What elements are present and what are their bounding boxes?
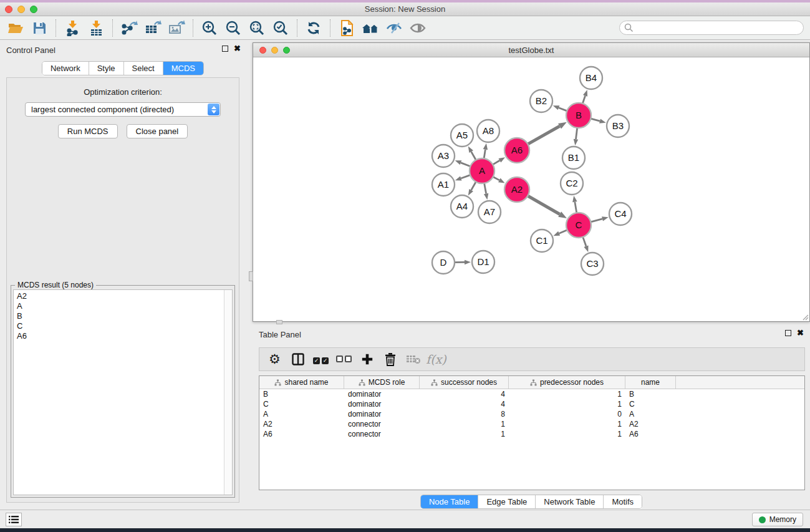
function-builder-button[interactable]: f(x) xyxy=(426,350,446,369)
table-cell[interactable]: dominator xyxy=(344,399,420,409)
graph-node-A5[interactable]: A5 xyxy=(451,124,473,147)
graph-node-A2[interactable]: A2 xyxy=(504,177,529,202)
graph-edge[interactable] xyxy=(471,152,476,160)
graph-node-B2[interactable]: B2 xyxy=(530,90,552,112)
run-mcds-button[interactable]: Run MCDS xyxy=(58,124,118,138)
graph-edge[interactable] xyxy=(583,237,586,246)
table-float-panel-icon[interactable] xyxy=(785,330,791,336)
table-options-button[interactable]: ⚙ xyxy=(264,350,285,369)
graph-node-C4[interactable]: C4 xyxy=(609,203,632,225)
table-cell[interactable]: dominator xyxy=(344,389,420,399)
table-cell[interactable]: dominator xyxy=(344,409,420,419)
zoom-out-button[interactable] xyxy=(221,18,245,38)
column-header-shared-name[interactable]: shared name xyxy=(259,376,344,389)
show-column-button[interactable] xyxy=(287,350,308,369)
graph-node-C3[interactable]: C3 xyxy=(581,253,604,275)
mcds-result-item[interactable]: A2 xyxy=(17,291,220,301)
table-row[interactable]: Adominator80A xyxy=(259,409,804,419)
export-network-button[interactable] xyxy=(117,18,141,38)
table-cell[interactable]: 4 xyxy=(420,399,509,409)
new-network-from-selection-button[interactable] xyxy=(335,18,359,38)
graph-edge[interactable] xyxy=(471,181,476,190)
table-cell[interactable]: A2 xyxy=(625,419,676,429)
graph-edge[interactable] xyxy=(493,160,499,165)
deselect-all-button[interactable] xyxy=(334,350,354,369)
graph-edge[interactable] xyxy=(591,219,602,222)
table-cell[interactable]: 1 xyxy=(420,419,509,429)
column-header-name[interactable]: name xyxy=(625,376,676,389)
table-cell[interactable]: connector xyxy=(344,429,420,439)
network-canvas[interactable]: AA1A2A3A4A5A6A7A8BB1B2B3B4CC1C2C3C4DD1 xyxy=(253,57,809,321)
close-panel-icon[interactable]: ✖ xyxy=(234,46,241,52)
table-cell[interactable]: 0 xyxy=(509,409,625,419)
graph-node-A1[interactable]: A1 xyxy=(432,173,455,196)
open-file-button[interactable] xyxy=(4,18,27,38)
hide-selection-button[interactable] xyxy=(382,18,406,38)
graph-node-D1[interactable]: D1 xyxy=(472,251,494,273)
optimization-criterion-select[interactable]: largest connected component (directed) xyxy=(25,102,221,117)
mcds-result-item[interactable]: C xyxy=(17,321,220,331)
graph-edge[interactable] xyxy=(484,150,485,159)
save-session-button[interactable] xyxy=(27,18,51,38)
table-cell[interactable]: A2 xyxy=(259,419,344,429)
table-cell[interactable]: 1 xyxy=(509,399,625,409)
table-cell[interactable]: 1 xyxy=(509,429,625,439)
tab-select[interactable]: Select xyxy=(124,62,163,75)
table-cell[interactable]: connector xyxy=(344,419,420,429)
graph-edge[interactable] xyxy=(559,108,567,111)
graph-node-A7[interactable]: A7 xyxy=(478,201,501,223)
export-table-button[interactable] xyxy=(141,18,165,38)
graph-node-C2[interactable]: C2 xyxy=(561,172,583,195)
table-row[interactable]: Bdominator41B xyxy=(259,389,804,399)
graph-node-D[interactable]: D xyxy=(432,251,455,274)
network-window-titlebar[interactable]: testGlobe.txt xyxy=(253,43,809,57)
import-network-button[interactable] xyxy=(60,18,84,38)
graph-edge[interactable] xyxy=(493,177,499,180)
table-row[interactable]: A2connector11A2 xyxy=(259,419,804,429)
graph-node-B4[interactable]: B4 xyxy=(580,67,602,89)
table-cell[interactable]: A xyxy=(625,409,676,419)
column-header-predecessor-nodes[interactable]: predecessor nodes xyxy=(509,376,625,389)
tab-style[interactable]: Style xyxy=(89,62,124,75)
panel-divider-handle[interactable] xyxy=(249,271,253,281)
table-cell[interactable]: A xyxy=(259,409,344,419)
table-row[interactable]: A6connector11A6 xyxy=(259,429,804,439)
mcds-result-item[interactable]: A6 xyxy=(17,331,220,341)
graph-node-C[interactable]: C xyxy=(566,213,591,238)
graph-node-A3[interactable]: A3 xyxy=(432,145,455,167)
graph-edge[interactable] xyxy=(576,128,577,139)
close-panel-button[interactable]: Close panel xyxy=(127,124,188,138)
window-resize-grip-icon[interactable] xyxy=(801,313,809,321)
first-neighbors-button[interactable] xyxy=(359,18,382,38)
task-history-button[interactable] xyxy=(6,513,22,526)
graph-node-A[interactable]: A xyxy=(470,158,494,183)
refresh-button[interactable] xyxy=(302,18,325,38)
add-column-button[interactable] xyxy=(357,350,377,369)
tab-mcds[interactable]: MCDS xyxy=(163,62,203,75)
import-table-button[interactable] xyxy=(84,18,108,38)
search-input[interactable] xyxy=(619,21,804,35)
graph-edge[interactable] xyxy=(575,202,577,213)
node-table[interactable]: shared nameMCDS rolesuccessor nodesprede… xyxy=(259,375,805,490)
table-row[interactable]: Cdominator41C xyxy=(259,399,804,409)
delete-column-button[interactable] xyxy=(380,350,400,369)
mcds-result-list[interactable]: A2ABCA6 xyxy=(13,289,233,495)
zoom-in-button[interactable] xyxy=(198,18,221,38)
result-list-scrollbar[interactable] xyxy=(224,290,232,495)
export-image-button[interactable] xyxy=(165,18,188,38)
delete-table-button[interactable] xyxy=(403,350,423,369)
table-cell[interactable]: B xyxy=(259,389,344,399)
graph-edge[interactable] xyxy=(528,126,559,144)
table-cell[interactable]: B xyxy=(625,389,676,399)
table-cell[interactable]: 8 xyxy=(420,409,509,419)
horizontal-split-handle[interactable] xyxy=(276,320,282,324)
mcds-result-item[interactable]: A xyxy=(17,301,220,311)
table-cell[interactable]: 1 xyxy=(509,419,625,429)
column-header-MCDS-role[interactable]: MCDS role xyxy=(344,376,420,389)
graph-node-A8[interactable]: A8 xyxy=(477,120,499,142)
column-header-successor-nodes[interactable]: successor nodes xyxy=(420,376,509,389)
tab-motifs[interactable]: Motifs xyxy=(604,495,642,508)
table-cell[interactable]: 1 xyxy=(509,389,625,399)
graph-edge[interactable] xyxy=(461,175,470,178)
network-graph[interactable]: AA1A2A3A4A5A6A7A8BB1B2B3B4CC1C2C3C4DD1 xyxy=(253,57,809,321)
